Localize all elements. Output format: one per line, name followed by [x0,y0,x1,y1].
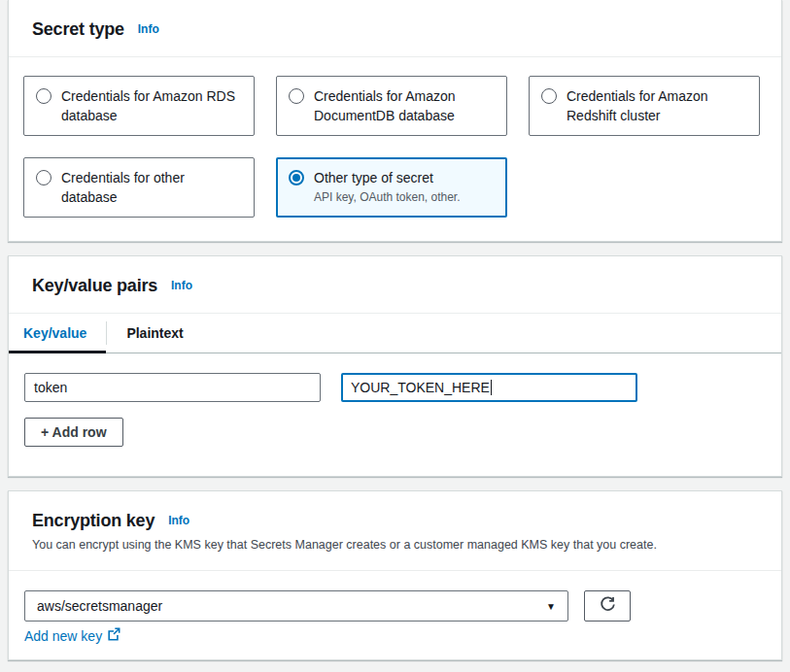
key-value-row: token YOUR_TOKEN_HERE [24,373,766,402]
add-new-key-link[interactable]: Add new key [24,627,120,644]
radio-unchecked-icon[interactable] [541,88,557,104]
key-value-pairs-section: Key/value pairs Info Key/value Plaintext… [8,255,782,477]
option-credentials-redshift[interactable]: Credentials for Amazon Redshift cluster [529,76,760,136]
secret-type-info-link[interactable]: Info [138,22,159,36]
value-input-value: YOUR_TOKEN_HERE [351,380,490,395]
section-title-key-value-pairs: Key/value pairs [32,276,157,295]
secret-type-header: Secret type Info [9,0,781,57]
tab-plaintext[interactable]: Plaintext [107,314,202,353]
encryption-key-section: Encryption key Info You can encrypt usin… [8,490,782,660]
key-input[interactable]: token [24,373,321,402]
tile-row-1: Credentials for Amazon RDS database Cred… [23,76,767,136]
kms-key-row: aws/secretsmanager ▼ [24,590,766,622]
encryption-key-info-link[interactable]: Info [168,514,189,527]
encryption-key-content: aws/secretsmanager ▼ Add new key [9,571,781,659]
value-input[interactable]: YOUR_TOKEN_HERE [341,373,637,402]
option-credentials-documentdb[interactable]: Credentials for Amazon DocumentDB databa… [276,76,507,136]
secret-type-section: Secret type Info Credentials for Amazon … [8,0,782,242]
radio-unchecked-icon[interactable] [36,170,52,185]
refresh-button[interactable] [584,590,631,622]
option-label: Credentials for Amazon Redshift cluster [567,86,747,125]
section-title-secret-type: Secret type [32,19,124,39]
option-other-type-of-secret[interactable]: Other type of secret API key, OAuth toke… [276,157,507,218]
option-label: Credentials for Amazon DocumentDB databa… [314,86,495,125]
kms-key-selected-value: aws/secretsmanager [37,598,162,614]
key-value-pairs-info-link[interactable]: Info [171,279,192,292]
add-new-key-label: Add new key [24,628,102,644]
add-new-key-row: Add new key [24,627,766,644]
option-label: Credentials for Amazon RDS database [61,86,242,125]
option-label: Other type of secret [314,170,433,185]
radio-unchecked-icon[interactable] [289,88,304,104]
key-value-content: token YOUR_TOKEN_HERE + Add row [9,353,781,476]
option-label: Credentials for other database [61,168,242,207]
radio-unchecked-icon[interactable] [36,88,52,104]
section-title-encryption-key: Encryption key [32,511,155,530]
text-cursor [491,380,492,395]
key-value-pairs-header: Key/value pairs Info [9,256,781,314]
chevron-down-icon: ▼ [546,601,556,612]
external-link-icon [107,627,120,644]
key-input-value: token [34,380,67,395]
add-row-button[interactable]: + Add row [24,418,123,447]
refresh-icon [600,596,616,616]
option-credentials-rds[interactable]: Credentials for Amazon RDS database [23,76,255,136]
encryption-key-description: You can encrypt using the KMS key that S… [32,537,758,554]
radio-checked-icon[interactable] [289,170,304,185]
option-credentials-other-database[interactable]: Credentials for other database [23,157,255,218]
tab-key-value[interactable]: Key/value [9,314,106,353]
encryption-key-header: Encryption key Info You can encrypt usin… [9,491,781,571]
kms-key-select[interactable]: aws/secretsmanager ▼ [24,590,568,622]
option-description: API key, OAuth token, other. [314,189,461,205]
key-value-tabs: Key/value Plaintext [9,314,781,353]
secret-type-options: Credentials for Amazon RDS database Cred… [9,57,781,241]
tile-row-2: Credentials for other database Other typ… [23,157,767,218]
